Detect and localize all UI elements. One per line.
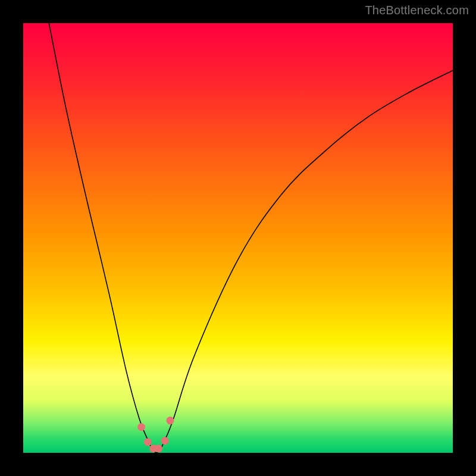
marker-dot (137, 423, 145, 431)
marker-dots (137, 416, 174, 452)
plot-area (23, 23, 453, 453)
marker-dot (166, 416, 174, 424)
watermark-text: TheBottleneck.com (365, 4, 469, 17)
marker-dot (161, 437, 169, 444)
curve-layer (23, 23, 453, 453)
marker-dot (144, 438, 152, 446)
chart-frame: TheBottleneck.com (0, 0, 476, 476)
marker-dot (155, 444, 162, 452)
bottleneck-curve (49, 23, 453, 453)
